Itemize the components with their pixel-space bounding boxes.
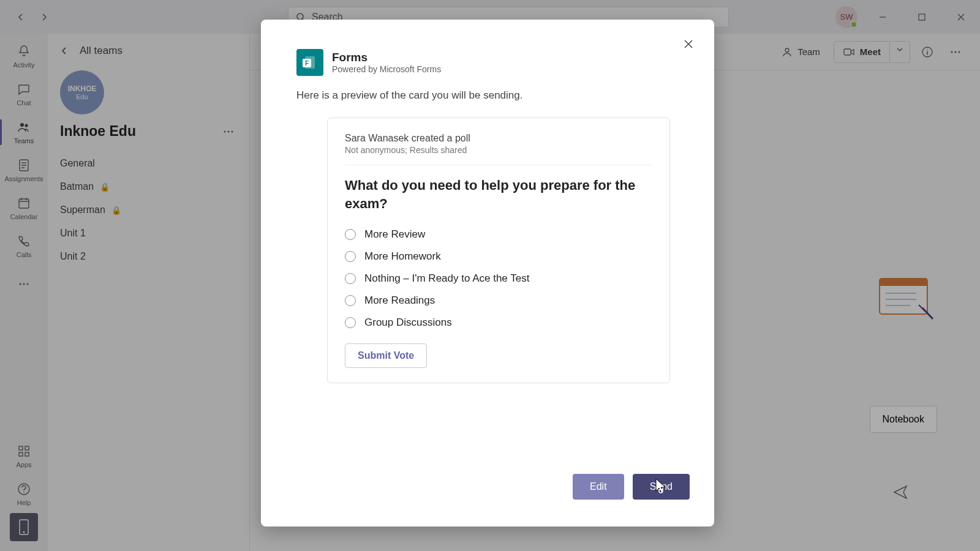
modal-close-button[interactable]	[680, 36, 697, 53]
poll-preview-card: Sara Wanasek created a poll Not anonymou…	[327, 118, 670, 383]
poll-option[interactable]: More Homework	[345, 246, 652, 268]
poll-creator: Sara Wanasek created a poll	[345, 133, 652, 144]
modal-description: Here is a preview of the card you will b…	[261, 76, 714, 102]
poll-option[interactable]: Nothing – I'm Ready to Ace the Test	[345, 268, 652, 290]
radio-icon	[345, 317, 356, 328]
forms-modal: F Forms Powered by Microsoft Forms Here …	[261, 20, 714, 527]
poll-option[interactable]: Group Discussions	[345, 312, 652, 334]
svg-text:F: F	[305, 60, 309, 67]
submit-vote-button[interactable]: Submit Vote	[345, 343, 427, 368]
modal-subtitle: Powered by Microsoft Forms	[332, 64, 441, 74]
radio-icon	[345, 295, 356, 306]
poll-option[interactable]: More Readings	[345, 290, 652, 312]
radio-icon	[345, 251, 356, 262]
send-button[interactable]: Send	[633, 474, 690, 500]
radio-icon	[345, 229, 356, 240]
close-icon	[683, 39, 694, 50]
edit-button[interactable]: Edit	[573, 474, 624, 500]
modal-title: Forms	[332, 51, 441, 64]
poll-meta: Not anonymous; Results shared	[345, 145, 652, 155]
poll-question: What do you need to help you prepare for…	[345, 176, 652, 212]
forms-app-icon: F	[296, 49, 323, 76]
poll-option[interactable]: More Review	[345, 223, 652, 246]
radio-icon	[345, 273, 356, 284]
